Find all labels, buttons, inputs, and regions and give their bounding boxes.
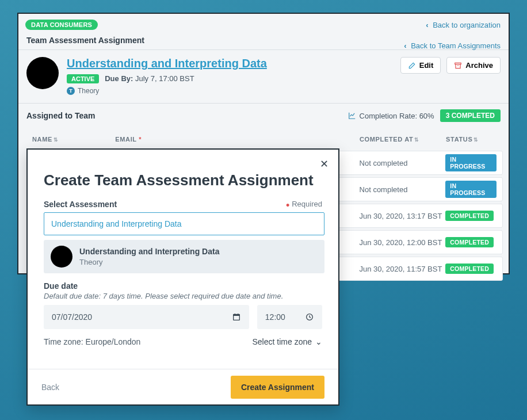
brain-icon (26, 57, 59, 89)
due-date-help: Default due date: 7 days time. Please se… (28, 291, 338, 305)
chevron-left-icon: ‹ (404, 41, 406, 50)
close-button[interactable]: ✕ (318, 158, 330, 170)
data-consumers-badge: DATA CONSUMERS (25, 20, 98, 30)
status-badge: COMPLETED (445, 211, 494, 221)
back-to-team-assignments-link[interactable]: ‹ Back to Team Assignments (404, 41, 501, 50)
edit-icon (408, 62, 416, 70)
assessment-title-link[interactable]: Understanding and Interpreting Data (67, 57, 267, 70)
assigned-title: Assigned to Team (26, 111, 96, 120)
modal-footer: Back Create Assignment (28, 369, 338, 404)
due-time-input[interactable]: 12:00 (257, 305, 322, 329)
edit-label: Edit (419, 61, 434, 70)
back-org-label: Back to organization (433, 21, 501, 29)
select-timezone-label: Select time zone (253, 337, 312, 346)
archive-icon (454, 62, 462, 70)
required-indicator: •Required (286, 200, 322, 209)
due-time-value: 12:00 (265, 312, 285, 322)
archive-button[interactable]: Archive (446, 57, 501, 74)
clock-icon (305, 312, 314, 322)
select-assessment-label: Select Assessment (44, 200, 117, 209)
due-by: Due By: July 7, 17:00 BST (105, 74, 194, 83)
assessment-search-input[interactable] (44, 212, 324, 235)
archive-label: Archive (465, 61, 493, 70)
assigned-to-team-bar: Assigned to Team Completion Rate: 60% 3 … (18, 104, 509, 128)
status-badge: COMPLETED (445, 264, 494, 274)
due-date-input[interactable]: 07/07/2020 (44, 305, 249, 329)
back-button[interactable]: Back (41, 383, 59, 392)
create-assignment-button[interactable]: Create Assignment (231, 376, 324, 399)
completed-at-cell: Not completed (360, 185, 446, 194)
svg-rect-1 (455, 63, 461, 64)
due-date-label: Due date (28, 273, 338, 291)
completion-rate: Completion Rate: 60% (348, 112, 434, 120)
due-by-label: Due By: (105, 74, 133, 83)
status-badge: COMPLETED (445, 237, 494, 247)
completed-count-badge: 3 COMPLETED (440, 109, 501, 122)
col-name-header[interactable]: NAME⇅ (32, 136, 115, 143)
assessment-header: Understanding and Interpreting Data ACTI… (18, 50, 509, 103)
chart-line-icon (348, 112, 356, 120)
chevron-down-icon: ⌄ (315, 337, 322, 346)
completed-at-cell: Jun 30, 2020, 13:17 BST (360, 212, 446, 220)
assessment-option[interactable]: Understanding and Interpreting Data Theo… (44, 240, 324, 273)
completion-rate-label: Completion Rate: 60% (360, 112, 434, 120)
create-assignment-modal: ✕ Create Team Assessment Assignment Sele… (26, 148, 339, 406)
assessment-category: Theory (78, 87, 99, 95)
calendar-icon (232, 312, 241, 322)
required-dot-icon: * (139, 136, 142, 143)
theory-icon: T (67, 87, 75, 95)
sort-icon: ⇅ (54, 137, 59, 143)
assessment-option-title: Understanding and Interpreting Data (79, 247, 219, 256)
assessment-option-subtitle: Theory (79, 258, 219, 266)
status-badge: IN PROGRESS (445, 181, 497, 198)
completed-at-cell: Jun 30, 2020, 11:57 BST (360, 265, 446, 273)
completed-at-cell: Jun 30, 2020, 12:00 BST (360, 238, 446, 247)
col-status-header[interactable]: STATUS⇅ (446, 136, 497, 143)
sort-icon: ⇅ (473, 137, 479, 143)
status-badge: IN PROGRESS (445, 154, 497, 171)
back-to-organization-link[interactable]: ‹ Back to organization (426, 21, 501, 29)
due-date-value: 07/07/2020 (52, 312, 92, 322)
sort-icon: ⇅ (414, 137, 419, 143)
select-timezone-dropdown[interactable]: Select time zone ⌄ (253, 337, 323, 346)
table-header: NAME⇅ EMAIL * COMPLETED AT⇅ STATUS⇅ (26, 128, 503, 151)
modal-title: Create Team Assessment Assignment (28, 150, 338, 189)
brain-icon (51, 246, 72, 268)
due-by-value: July 7, 17:00 BST (135, 74, 194, 83)
close-icon: ✕ (320, 158, 329, 170)
col-email-header[interactable]: EMAIL * (115, 136, 360, 143)
completed-at-cell: Not completed (360, 159, 446, 167)
col-completed-at-header[interactable]: COMPLETED AT⇅ (360, 136, 446, 143)
status-active-badge: ACTIVE (67, 74, 99, 83)
timezone-label: Time zone: Europe/London (44, 337, 140, 346)
svg-rect-3 (233, 314, 239, 316)
edit-button[interactable]: Edit (400, 57, 441, 74)
back-team-label: Back to Team Assignments (411, 41, 501, 50)
required-dot-icon: • (286, 200, 289, 211)
chevron-left-icon: ‹ (426, 21, 428, 29)
